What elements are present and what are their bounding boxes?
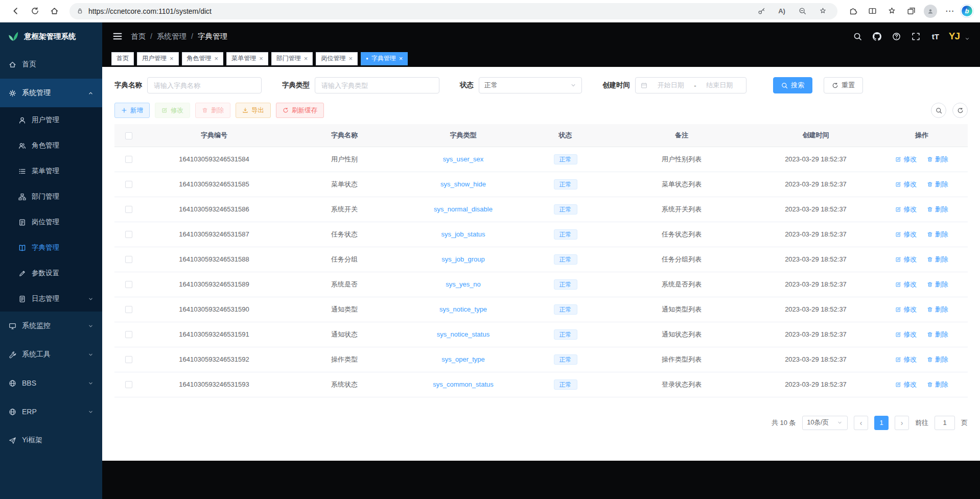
tab-home[interactable]: 首页 (111, 52, 134, 65)
extensions-button[interactable] (844, 3, 862, 20)
row-checkbox[interactable] (125, 156, 132, 163)
row-checkbox[interactable] (125, 356, 132, 363)
tab-post-mgmt[interactable]: 岗位管理 × (316, 52, 358, 65)
tab-menu-mgmt[interactable]: 菜单管理 × (226, 52, 268, 65)
row-checkbox[interactable] (125, 181, 132, 188)
delete-link[interactable]: 删除 (927, 380, 948, 389)
header-search-icon[interactable] (850, 28, 866, 44)
edit-link[interactable]: 修改 (895, 230, 917, 239)
sidebar-item-bbs[interactable]: BBS (0, 369, 102, 397)
delete-link[interactable]: 删除 (927, 330, 948, 339)
search-button[interactable]: 搜索 (773, 77, 812, 93)
close-icon[interactable]: × (304, 55, 308, 62)
toggle-search-button[interactable] (931, 103, 946, 118)
dict-type-link[interactable]: sys_show_hide (440, 180, 486, 188)
delete-link[interactable]: 删除 (927, 180, 948, 189)
sidebar-item-log-mgmt[interactable]: 日志管理 (0, 286, 102, 312)
close-icon[interactable]: × (399, 55, 403, 62)
tab-role-mgmt[interactable]: 角色管理 × (182, 52, 224, 65)
edit-link[interactable]: 修改 (895, 330, 917, 339)
edit-link[interactable]: 修改 (895, 280, 917, 289)
page-number-1[interactable]: 1 (874, 416, 889, 430)
dict-type-link[interactable]: sys_user_sex (443, 155, 483, 163)
delete-link[interactable]: 删除 (927, 205, 948, 214)
edit-link[interactable]: 修改 (895, 180, 917, 189)
profile-button[interactable] (921, 3, 940, 20)
tab-user-mgmt[interactable]: 用户管理 × (137, 52, 179, 65)
address-bar[interactable]: https://ccnetcore.com:1101/system/dict A… (69, 3, 837, 19)
sidebar-toggle-icon[interactable] (112, 31, 123, 41)
tab-dept-mgmt[interactable]: 部门管理 × (271, 52, 313, 65)
collections-button[interactable] (902, 3, 920, 20)
delete-link[interactable]: 删除 (927, 280, 948, 289)
sidebar-item-system-monitor[interactable]: 系统监控 (0, 312, 102, 340)
copilot-button[interactable]: b (960, 4, 974, 18)
dict-type-link[interactable]: sys_notice_type (439, 305, 487, 313)
dict-type-link[interactable]: sys_yes_no (446, 280, 481, 288)
edit-link[interactable]: 修改 (895, 305, 917, 314)
reset-button[interactable]: 重置 (824, 77, 863, 93)
tab-dict-mgmt[interactable]: ● 字典管理 × (361, 52, 408, 65)
help-icon[interactable] (889, 28, 905, 44)
fullscreen-icon[interactable] (908, 28, 924, 44)
refresh-table-button[interactable] (952, 103, 968, 118)
dict-type-link[interactable]: sys_normal_disable (434, 205, 493, 213)
edit-link[interactable]: 修改 (895, 380, 917, 389)
delete-button[interactable]: 删除 (195, 103, 230, 118)
row-checkbox[interactable] (125, 306, 132, 313)
prev-page-button[interactable]: ‹ (854, 416, 868, 430)
sidebar-item-system-mgmt[interactable]: 系统管理 (0, 79, 102, 107)
sidebar-item-dept-mgmt[interactable]: 部门管理 (0, 184, 102, 209)
delete-link[interactable]: 删除 (927, 255, 948, 264)
sidebar-item-home[interactable]: 首页 (0, 50, 102, 79)
close-icon[interactable]: × (348, 55, 353, 62)
edit-button[interactable]: 修改 (155, 103, 190, 118)
breadcrumb-home[interactable]: 首页 (131, 32, 146, 41)
password-key-icon[interactable] (754, 4, 769, 18)
sidebar-item-erp[interactable]: ERP (0, 397, 102, 426)
dict-type-link[interactable]: sys_oper_type (441, 355, 485, 363)
close-icon[interactable]: × (259, 55, 263, 62)
row-checkbox[interactable] (125, 231, 132, 238)
sidebar-item-role-mgmt[interactable]: 角色管理 (0, 133, 102, 158)
sidebar-item-system-tools[interactable]: 系统工具 (0, 340, 102, 369)
goto-page-input[interactable] (935, 416, 955, 430)
read-aloud-icon[interactable]: A) (774, 4, 789, 18)
refresh-cache-button[interactable]: 刷新缓存 (276, 103, 324, 118)
sidebar-item-post-mgmt[interactable]: 岗位管理 (0, 209, 102, 235)
app-logo[interactable]: 意框架管理系统 (0, 22, 102, 50)
breadcrumb-system[interactable]: 系统管理 (157, 32, 186, 41)
font-size-icon[interactable]: tT (927, 28, 944, 44)
delete-link[interactable]: 删除 (927, 155, 948, 164)
refresh-button[interactable] (26, 3, 44, 20)
row-checkbox[interactable] (125, 281, 132, 288)
dict-name-input[interactable] (147, 77, 262, 93)
yj-logo[interactable]: YJ (947, 31, 962, 42)
close-icon[interactable]: × (215, 55, 219, 62)
zoom-icon[interactable] (795, 4, 810, 18)
dict-type-link[interactable]: sys_notice_status (437, 330, 489, 338)
delete-link[interactable]: 删除 (927, 355, 948, 364)
dict-type-link[interactable]: sys_job_status (441, 230, 485, 238)
page-size-select[interactable]: 10条/页 (802, 416, 848, 430)
sidebar-item-yi-framework[interactable]: Yi框架 (0, 426, 102, 455)
dict-type-link[interactable]: sys_job_group (441, 255, 485, 263)
edit-link[interactable]: 修改 (895, 155, 917, 164)
next-page-button[interactable]: › (895, 416, 909, 430)
github-icon[interactable] (869, 28, 885, 44)
sidebar-item-menu-mgmt[interactable]: 菜单管理 (0, 158, 102, 184)
favorites-button[interactable] (882, 3, 901, 20)
row-checkbox[interactable] (125, 381, 132, 388)
edit-link[interactable]: 修改 (895, 255, 917, 264)
row-checkbox[interactable] (125, 256, 132, 263)
close-icon[interactable]: × (170, 55, 174, 62)
dict-type-input[interactable] (315, 77, 439, 93)
edit-link[interactable]: 修改 (895, 205, 917, 214)
row-checkbox[interactable] (125, 331, 132, 338)
favorites-add-icon[interactable] (815, 4, 830, 18)
select-all-checkbox[interactable] (125, 132, 132, 139)
chevron-down-icon[interactable] (965, 36, 970, 41)
sidebar-item-param-settings[interactable]: 参数设置 (0, 260, 102, 286)
delete-link[interactable]: 删除 (927, 230, 948, 239)
sidebar-item-dict-mgmt[interactable]: 字典管理 (0, 235, 102, 260)
